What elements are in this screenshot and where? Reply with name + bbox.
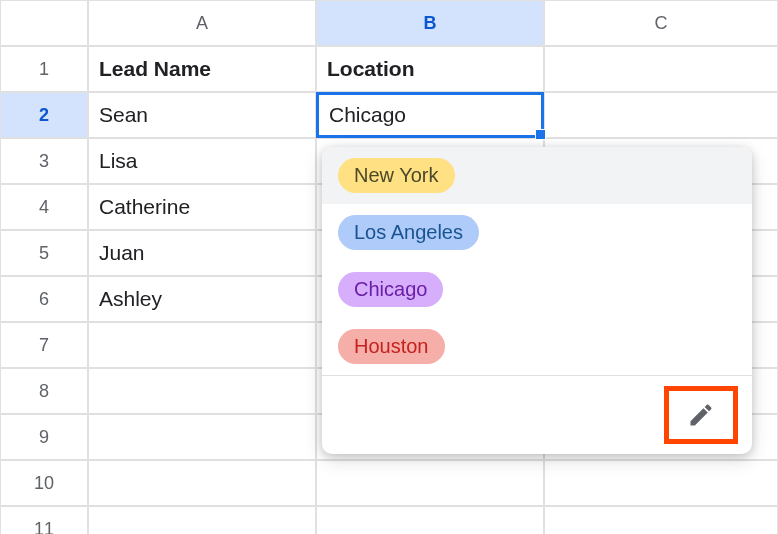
cell-A2[interactable]: Sean [88, 92, 316, 138]
row-header-11[interactable]: 11 [0, 506, 88, 534]
corner-cell[interactable] [0, 0, 88, 46]
chip-los-angeles: Los Angeles [338, 215, 479, 250]
cell-B10[interactable] [316, 460, 544, 506]
chip-chicago: Chicago [338, 272, 443, 307]
pencil-icon[interactable] [687, 401, 715, 429]
dropdown-footer [322, 375, 752, 454]
chip-new-york: New York [338, 158, 455, 193]
cell-A8[interactable] [88, 368, 316, 414]
row-header-6[interactable]: 6 [0, 276, 88, 322]
row-header-3[interactable]: 3 [0, 138, 88, 184]
cell-A10[interactable] [88, 460, 316, 506]
row-header-2[interactable]: 2 [0, 92, 88, 138]
cell-A5[interactable]: Juan [88, 230, 316, 276]
row-header-1[interactable]: 1 [0, 46, 88, 92]
cell-A3[interactable]: Lisa [88, 138, 316, 184]
dropdown-option-chicago[interactable]: Chicago [322, 261, 752, 318]
dropdown-option-houston[interactable]: Houston [322, 318, 752, 375]
dropdown-menu: New York Los Angeles Chicago Houston [322, 147, 752, 454]
col-header-b[interactable]: B [316, 0, 544, 46]
cell-B2-active[interactable]: Chicago [316, 92, 544, 138]
col-header-a[interactable]: A [88, 0, 316, 46]
cell-A11[interactable] [88, 506, 316, 534]
row-header-8[interactable]: 8 [0, 368, 88, 414]
cell-C2[interactable] [544, 92, 778, 138]
row-header-4[interactable]: 4 [0, 184, 88, 230]
dropdown-option-new-york[interactable]: New York [322, 147, 752, 204]
cell-A7[interactable] [88, 322, 316, 368]
col-header-c[interactable]: C [544, 0, 778, 46]
cell-A9[interactable] [88, 414, 316, 460]
row-header-7[interactable]: 7 [0, 322, 88, 368]
cell-B1[interactable]: Location [316, 46, 544, 92]
row-header-5[interactable]: 5 [0, 230, 88, 276]
row-header-9[interactable]: 9 [0, 414, 88, 460]
cell-A1[interactable]: Lead Name [88, 46, 316, 92]
edit-button-highlight [664, 386, 738, 444]
cell-C1[interactable] [544, 46, 778, 92]
cell-B11[interactable] [316, 506, 544, 534]
cell-A6[interactable]: Ashley [88, 276, 316, 322]
cell-C11[interactable] [544, 506, 778, 534]
row-header-10[interactable]: 10 [0, 460, 88, 506]
dropdown-option-los-angeles[interactable]: Los Angeles [322, 204, 752, 261]
chip-houston: Houston [338, 329, 445, 364]
cell-A4[interactable]: Catherine [88, 184, 316, 230]
cell-C10[interactable] [544, 460, 778, 506]
